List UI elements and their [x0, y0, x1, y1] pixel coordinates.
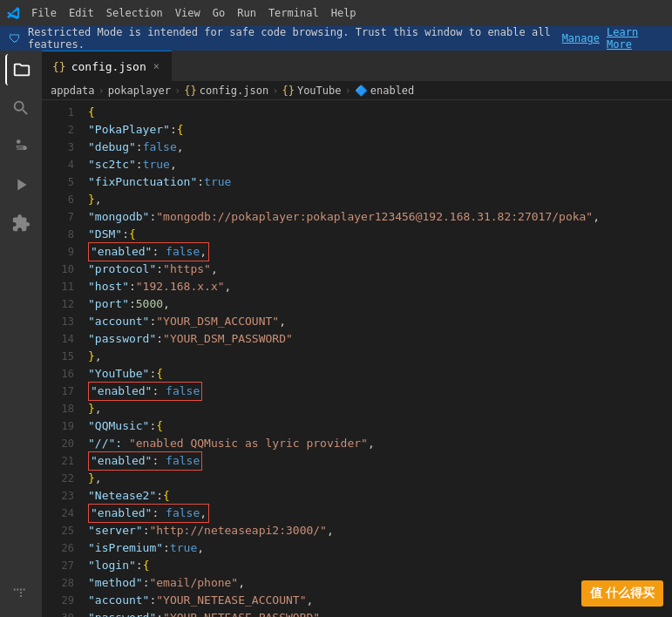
code-line-15: },: [88, 348, 672, 365]
restricted-mode-banner: 🛡 Restricted Mode is intended for safe c…: [0, 26, 672, 51]
learn-more-link[interactable]: Learn More: [607, 26, 663, 51]
code-editor[interactable]: 12345 678910 1112131415 1617181920 21222…: [42, 100, 672, 617]
code-line-19: "QQMusic": {: [88, 417, 672, 435]
menu-file[interactable]: File: [26, 5, 62, 21]
menu-selection[interactable]: Selection: [101, 5, 168, 21]
title-bar: File Edit Selection View Go Run Terminal…: [0, 0, 672, 26]
breadcrumb-config[interactable]: {} config.json: [184, 85, 268, 97]
code-line-6: },: [88, 191, 672, 208]
code-line-11: "host": "192.168.x.x",: [88, 278, 672, 295]
code-line-13: "account": "YOUR_DSM_ACCOUNT",: [88, 313, 672, 330]
banner-text: Restricted Mode is intended for safe cod…: [28, 26, 555, 51]
breadcrumb-enabled[interactable]: 🔷 enabled: [355, 85, 415, 97]
code-line-24: "enabled": false,: [88, 505, 672, 522]
code-line-12: "port": 5000,: [88, 295, 672, 313]
main-layout: {} config.json × appdata › pokaplayer › …: [0, 51, 672, 617]
run-icon[interactable]: [5, 169, 37, 200]
menu-run[interactable]: Run: [232, 5, 261, 21]
code-line-9: "enabled": false,: [88, 243, 672, 261]
code-line-2: "PokaPlayer": {: [88, 121, 672, 139]
json-file-icon: {}: [52, 60, 66, 73]
menu-bar[interactable]: File Edit Selection View Go Run Terminal…: [26, 5, 362, 21]
breadcrumb-pokaplayer[interactable]: pokaplayer: [108, 85, 171, 97]
menu-go[interactable]: Go: [207, 5, 230, 21]
code-line-16: "YouTube": {: [88, 365, 672, 383]
breadcrumb-youtube[interactable]: {} YouTube: [282, 85, 341, 97]
code-line-8: "DSM": {: [88, 226, 672, 243]
explorer-icon[interactable]: [5, 54, 37, 85]
svg-point-1: [23, 146, 27, 151]
tab-bar: {} config.json ×: [42, 51, 672, 81]
code-line-22: },: [88, 470, 672, 487]
code-line-1: {: [88, 104, 672, 121]
tab-filename: config.json: [71, 60, 146, 73]
code-line-27: "login": {: [88, 557, 672, 574]
code-content: { "PokaPlayer": { "debug": false, "sc2tc…: [81, 100, 672, 617]
code-line-23: "Netease2": {: [88, 487, 672, 505]
editor-area: {} config.json × appdata › pokaplayer › …: [42, 51, 672, 617]
code-line-14: "password": "YOUR_DSM_PASSWORD": [88, 330, 672, 348]
tab-close-button[interactable]: ×: [152, 59, 161, 73]
breadcrumb-appdata[interactable]: appdata: [51, 85, 95, 97]
watermark: 值 什么得买: [581, 580, 663, 607]
docker-icon[interactable]: [5, 579, 37, 610]
code-line-7: "mongodb": "mongodb://pokaplayer:pokapla…: [88, 208, 672, 226]
code-line-5: "fixPunctuation": true: [88, 173, 672, 191]
code-line-17: "enabled": false: [88, 383, 672, 400]
code-line-21: "enabled": false: [88, 452, 672, 470]
activity-bar: [0, 51, 42, 617]
menu-help[interactable]: Help: [326, 5, 362, 21]
watermark-text: 值 什么得买: [590, 586, 655, 600]
breadcrumb: appdata › pokaplayer › {} config.json › …: [42, 81, 672, 100]
code-line-30: "password": "YOUR_NETEASE_PASSWORD": [88, 609, 672, 617]
source-control-icon[interactable]: [5, 131, 37, 162]
manage-link[interactable]: Manage: [562, 32, 600, 44]
code-line-18: },: [88, 400, 672, 417]
code-line-20: "//": "enabled QQMusic as lyric provider…: [88, 435, 672, 452]
code-line-3: "debug": false,: [88, 139, 672, 156]
shield-icon: 🛡: [9, 31, 21, 45]
menu-terminal[interactable]: Terminal: [263, 5, 324, 21]
code-line-26: "isPremium": true,: [88, 539, 672, 557]
code-line-10: "protocol": "https",: [88, 261, 672, 278]
menu-edit[interactable]: Edit: [64, 5, 99, 21]
extensions-icon[interactable]: [5, 207, 37, 239]
code-line-4: "sc2tc": true,: [88, 156, 672, 173]
svg-point-0: [17, 139, 21, 144]
config-json-tab[interactable]: {} config.json ×: [42, 51, 172, 81]
code-line-25: "server": "http://neteaseapi2:3000/",: [88, 522, 672, 539]
menu-view[interactable]: View: [170, 5, 206, 21]
vscode-icon: [7, 6, 21, 20]
search-icon[interactable]: [5, 92, 37, 124]
line-numbers: 12345 678910 1112131415 1617181920 21222…: [42, 100, 81, 617]
